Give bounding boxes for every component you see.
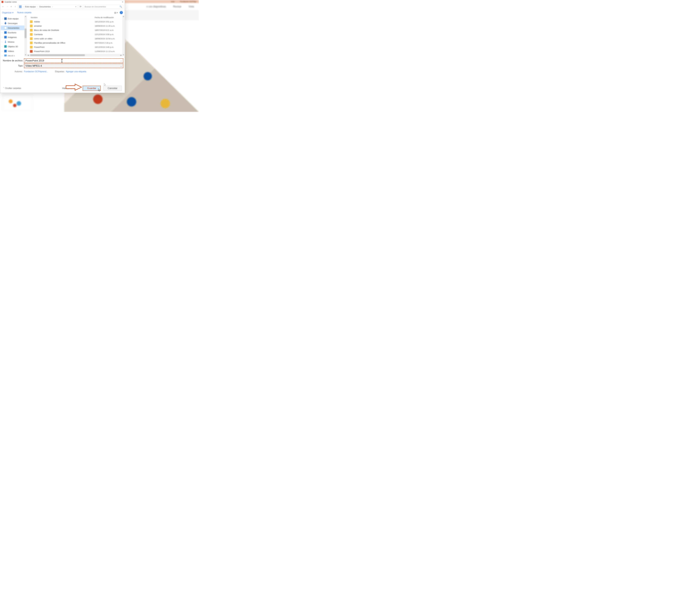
file-date: 11/09/2019 11:13 a.m.: [95, 50, 125, 52]
file-row[interactable]: como subir un video18/09/2019 10:54 a.m.: [27, 37, 125, 41]
file-date: 9/07/2019 2:18 p.m.: [95, 42, 125, 44]
ribbon-tab-slideshow[interactable]: n con diapositivas: [147, 5, 166, 8]
dialog-title: Guardar como: [4, 1, 17, 3]
tree-item-drv[interactable]: ›OS (C:): [1, 53, 27, 57]
folder-tree[interactable]: ⌄Este equipo›Descargas›Documentos›Escrit…: [0, 16, 27, 57]
file-row[interactable]: Camtasia12/12/2019 3:50 p.m.: [27, 32, 125, 37]
col-modified[interactable]: Fecha de modificación: [95, 16, 125, 19]
breadcrumb-root[interactable]: Este equipo: [25, 5, 36, 8]
scroll-right-icon[interactable]: ▶: [120, 54, 122, 57]
expander-icon[interactable]: ›: [2, 27, 3, 29]
file-row[interactable]: PowerPoint 201911/09/2019 11:13 a.m.: [27, 49, 125, 53]
file-row[interactable]: PowerPoint16/12/2019 3:40 p.m.: [27, 45, 125, 49]
expander-icon[interactable]: ›: [2, 32, 3, 33]
hide-folders-toggle[interactable]: ˄ Ocultar carpetas: [3, 87, 21, 90]
type-select[interactable]: Vídeo MPEG-4 ⌄: [24, 64, 123, 68]
type-label: Tipo:: [1, 65, 24, 67]
breadcrumb-folder[interactable]: Documentos: [39, 5, 51, 8]
expander-icon[interactable]: ⌄: [2, 18, 3, 20]
scroll-left-icon[interactable]: ◀: [27, 54, 29, 57]
back-button[interactable]: ←: [1, 5, 4, 8]
ribbon-tab-review[interactable]: Revisar: [173, 5, 181, 8]
scroll-up-icon[interactable]: ▲: [122, 16, 125, 18]
expander-icon[interactable]: ›: [2, 46, 3, 47]
expander-icon[interactable]: ›: [2, 55, 3, 57]
tree-item-img[interactable]: ›Imágenes: [1, 35, 27, 40]
expander-icon[interactable]: ›: [2, 50, 3, 52]
tree-item-label: Imágenes: [8, 36, 17, 38]
authors-value[interactable]: Fundacion GCFAprend...: [24, 70, 48, 73]
expander-icon[interactable]: ›: [2, 22, 3, 24]
scroll-up-icon[interactable]: ▲: [24, 16, 27, 18]
chevron-down-icon[interactable]: ⌄: [120, 65, 122, 67]
authors-label: Autores:: [15, 70, 23, 73]
file-scrollbar-h[interactable]: ◀ ▶: [27, 54, 122, 57]
new-folder-button[interactable]: Nueva carpeta: [17, 12, 31, 14]
file-date: 18/09/2019 11:20 a.m.: [95, 25, 125, 27]
file-row[interactable]: Blocs de notas de OneNote18/07/2019 8:21…: [27, 28, 125, 32]
recent-dropdown[interactable]: ▾: [10, 6, 13, 7]
breadcrumb[interactable]: › Este equipo › Documentos › ▾: [18, 5, 78, 9]
close-icon[interactable]: ×: [122, 1, 123, 3]
filename-input[interactable]: PowerPoint 2019 ⌄: [24, 58, 123, 63]
forward-button[interactable]: →: [6, 5, 8, 8]
nav-row: ← → ▾ ↑ › Este equipo › Documentos › ▾ ⟳…: [0, 4, 125, 10]
expander-icon[interactable]: ›: [2, 41, 3, 43]
file-name: PowerPoint 2019: [34, 50, 95, 52]
cancel-button[interactable]: Cancelar: [104, 86, 122, 91]
type-value: Vídeo MPEG-4: [25, 65, 42, 67]
file-name: PowerPoint: [34, 46, 95, 48]
slide-thumbnail[interactable]: [2, 94, 32, 111]
search-icon[interactable]: 🔍: [119, 5, 122, 8]
chevron-down-icon[interactable]: ⌄: [120, 60, 122, 62]
file-scrollbar-v[interactable]: ▲ ▼: [122, 16, 125, 57]
save-as-dialog: Guardar como × ← → ▾ ↑ › Este equipo › D…: [0, 0, 125, 93]
tree-item-pc[interactable]: ⌄Este equipo: [1, 16, 27, 21]
file-date: 18/07/2019 8:21 a.m.: [95, 29, 125, 31]
img-icon: [4, 36, 7, 38]
file-row[interactable]: arrastrar18/09/2019 11:20 a.m.: [27, 24, 125, 28]
tree-item-3d[interactable]: ›Objetos 3D: [1, 44, 27, 49]
tree-item-dl[interactable]: ›Descargas: [1, 21, 27, 25]
refresh-button[interactable]: ⟳: [79, 5, 82, 9]
dl-icon: [4, 22, 7, 24]
file-date: 12/12/2019 3:50 p.m.: [95, 33, 125, 36]
scroll-thumb[interactable]: [25, 28, 26, 38]
mouse-cursor-icon: [104, 83, 106, 86]
dialog-titlebar: Guardar como ×: [0, 0, 125, 4]
file-name: Adobe: [34, 21, 95, 23]
ribbon-tab-view[interactable]: Vista: [189, 5, 194, 8]
tree-item-doc[interactable]: ›Documentos: [1, 25, 27, 30]
file-row[interactable]: Plantillas personalizadas de Office9/07/…: [27, 41, 125, 45]
file-date: 16/12/2019 3:40 p.m.: [95, 46, 125, 48]
tree-item-label: Documentos: [8, 27, 19, 29]
file-list[interactable]: Nombre Fecha de modificación Adobe16/12/…: [27, 16, 125, 57]
tree-item-vid[interactable]: ›Videos: [1, 49, 27, 53]
up-button[interactable]: ↑: [14, 5, 17, 8]
doc-icon: [4, 27, 7, 29]
scroll-thumb[interactable]: [30, 54, 85, 56]
chevron-down-icon[interactable]: ▾: [75, 6, 76, 8]
expander-icon[interactable]: ›: [2, 36, 3, 38]
tags-value[interactable]: Agregar una etiqueta: [66, 70, 86, 73]
folder-icon: [30, 20, 32, 23]
col-name[interactable]: Nombre: [27, 16, 95, 19]
pp-user: Fundacion GCFApr: [180, 0, 196, 3]
tree-item-label: Música: [8, 41, 14, 43]
tree-item-mus[interactable]: ›Música: [1, 40, 27, 44]
chevron-up-icon: ˄: [3, 87, 4, 90]
tree-item-desk[interactable]: ›Escritorio: [1, 30, 27, 35]
file-row[interactable]: Adobe16/12/2019 3:51 p.m.: [27, 20, 125, 24]
tree-scrollbar[interactable]: ▲ ▼: [24, 16, 27, 57]
scroll-down-icon[interactable]: ▼: [24, 54, 27, 57]
file-name: arrastrar: [34, 25, 95, 27]
search-input[interactable]: Buscar en Documentos 🔍: [84, 5, 123, 9]
view-options-button[interactable]: ▤ ▾: [114, 12, 118, 14]
file-name: Blocs de notas de OneNote: [34, 29, 95, 31]
tree-item-label: Este equipo: [8, 18, 19, 20]
tags-label: Etiquetas:: [55, 70, 65, 73]
scroll-down-icon[interactable]: ▼: [122, 54, 125, 57]
help-icon[interactable]: ?: [120, 11, 123, 14]
meta-row: Autores: Fundacion GCFAprend... Etiqueta…: [1, 69, 123, 73]
organize-menu[interactable]: Organizar ▾: [2, 12, 14, 14]
